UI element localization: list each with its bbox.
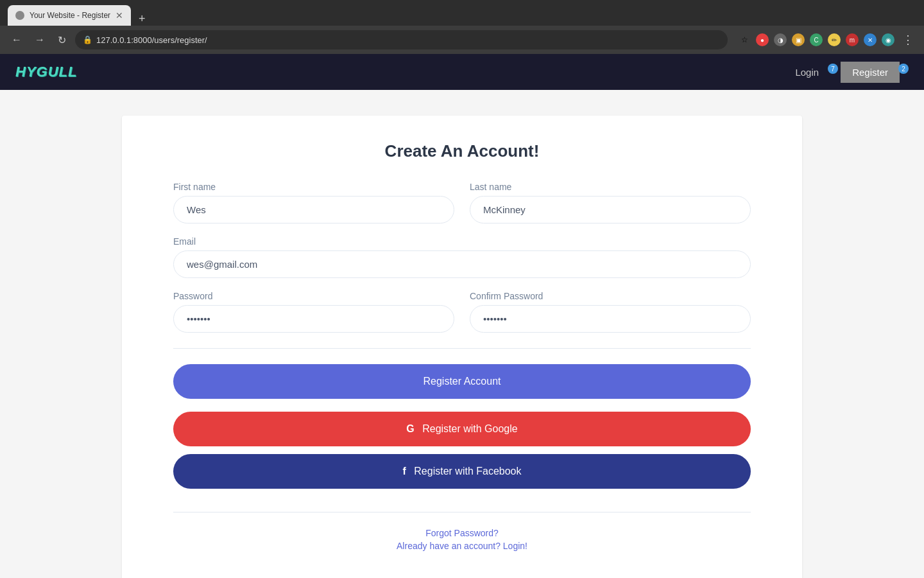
google-icon: G: [406, 423, 414, 434]
ext-icon-5[interactable]: ✏: [828, 33, 841, 46]
register-badge: 2: [898, 64, 909, 74]
forgot-password-link[interactable]: Forgot Password?: [173, 528, 751, 538]
back-button[interactable]: ←: [8, 31, 26, 48]
register-facebook-button[interactable]: f Register with Facebook: [173, 454, 751, 489]
star-icon[interactable]: ☆: [738, 33, 751, 46]
already-account-link[interactable]: Already have an account? Login!: [173, 541, 751, 551]
browser-toolbar: ← → ↻ 🔒 127.0.0.1:8000/users/register/ ☆…: [0, 26, 924, 54]
ext-icon-6[interactable]: m: [846, 33, 859, 46]
refresh-button[interactable]: ↻: [54, 31, 70, 49]
tab-title: Your Website - Register: [30, 11, 110, 20]
last-name-group: Last name: [470, 182, 751, 223]
ext-icon-8[interactable]: ◉: [882, 33, 894, 46]
password-row: Password Confirm Password: [173, 291, 751, 333]
google-btn-label: Register with Google: [422, 423, 518, 434]
register-card: Create An Account! First name Last name …: [122, 116, 802, 578]
ext-icon-7[interactable]: ✕: [864, 33, 877, 46]
browser-chrome: Your Website - Register ✕ +: [0, 0, 924, 26]
lock-icon: 🔒: [83, 35, 92, 44]
address-url: 127.0.0.1:8000/users/register/: [96, 35, 207, 45]
ext-icon-1[interactable]: ●: [756, 33, 769, 46]
browser-menu-button[interactable]: ⋮: [900, 30, 916, 49]
confirm-password-input[interactable]: [470, 305, 751, 333]
email-input[interactable]: [173, 250, 751, 278]
login-link[interactable]: Login: [785, 62, 829, 83]
new-tab-button[interactable]: +: [133, 12, 151, 26]
ext-icon-2[interactable]: ◑: [774, 33, 787, 46]
tab-close-button[interactable]: ✕: [116, 10, 123, 21]
app-logo: HYGULL: [15, 64, 77, 80]
register-google-button[interactable]: G Register with Google: [173, 412, 751, 446]
login-badge: 7: [828, 64, 838, 74]
forward-button[interactable]: →: [31, 31, 49, 48]
confirm-password-group: Confirm Password: [470, 291, 751, 333]
last-name-label: Last name: [470, 182, 751, 192]
browser-extensions: ☆ ● ◑ ▣ C ✏ m ✕ ◉: [738, 33, 894, 46]
active-tab[interactable]: Your Website - Register ✕: [8, 5, 131, 26]
browser-tabs: Your Website - Register ✕ +: [8, 0, 151, 26]
app-nav: HYGULL Login 7 Register 2: [0, 54, 924, 90]
address-bar[interactable]: 🔒 127.0.0.1:8000/users/register/: [75, 30, 728, 49]
divider-2: [173, 512, 751, 512]
page-content: Create An Account! First name Last name …: [0, 90, 924, 578]
tab-favicon: [15, 11, 24, 20]
first-name-input[interactable]: [173, 196, 454, 223]
form-footer: Forgot Password? Already have an account…: [173, 528, 751, 551]
facebook-btn-label: Register with Facebook: [414, 466, 521, 477]
ext-icon-4[interactable]: C: [810, 33, 823, 46]
ext-icon-3[interactable]: ▣: [792, 33, 805, 46]
name-row: First name Last name: [173, 182, 751, 223]
register-link[interactable]: Register: [841, 62, 900, 83]
password-input[interactable]: [173, 305, 454, 333]
last-name-input[interactable]: [470, 196, 751, 223]
email-group: Email: [173, 236, 751, 278]
first-name-label: First name: [173, 182, 454, 192]
confirm-password-label: Confirm Password: [470, 291, 751, 301]
password-group: Password: [173, 291, 454, 333]
nav-links: Login 7 Register 2: [785, 62, 909, 83]
facebook-icon: f: [403, 466, 406, 477]
register-account-button[interactable]: Register Account: [173, 364, 751, 399]
first-name-group: First name: [173, 182, 454, 223]
email-label: Email: [173, 236, 751, 247]
divider: [173, 348, 751, 349]
form-title: Create An Account!: [173, 141, 751, 161]
password-label: Password: [173, 291, 454, 301]
